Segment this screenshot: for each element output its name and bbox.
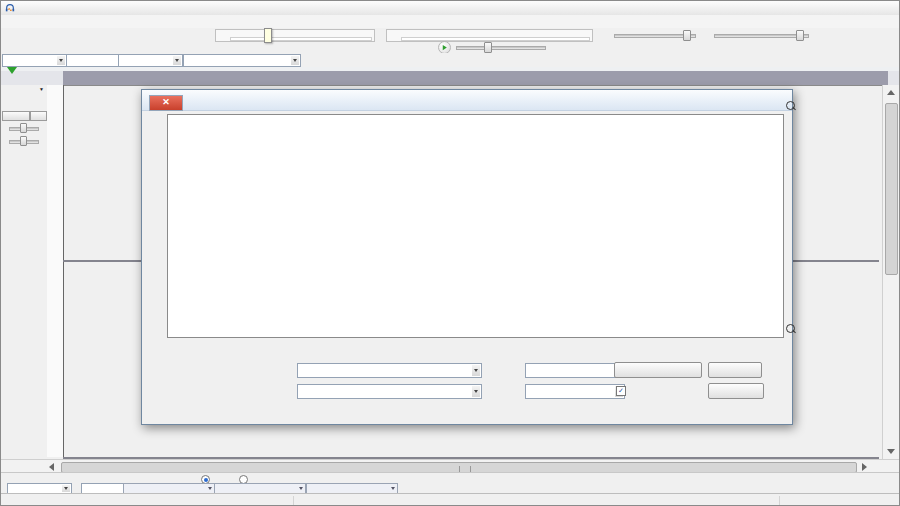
toolbar-area bbox=[1, 28, 900, 54]
size-select[interactable] bbox=[525, 363, 625, 378]
pan-thumb[interactable] bbox=[20, 136, 27, 146]
output-volume-thumb[interactable] bbox=[796, 30, 804, 41]
replot-button[interactable] bbox=[708, 362, 762, 378]
chevron-down-icon bbox=[62, 485, 70, 492]
spectrum-plot[interactable] bbox=[167, 114, 784, 338]
device-toolbar bbox=[1, 53, 900, 68]
magnifier-icon[interactable] bbox=[786, 101, 795, 110]
close-icon[interactable]: ✕ bbox=[149, 95, 183, 111]
playback-speed-slider[interactable] bbox=[456, 46, 546, 50]
playback-meter-bar-right bbox=[401, 40, 590, 42]
input-channels-select[interactable] bbox=[118, 54, 183, 67]
amplitude-ruler[interactable] bbox=[47, 85, 64, 457]
track-menu-chevron-icon[interactable]: ▼ bbox=[39, 87, 44, 92]
timeline-selection bbox=[63, 71, 888, 85]
audio-host-select[interactable] bbox=[2, 54, 67, 67]
scroll-left-icon[interactable] bbox=[49, 463, 54, 471]
chevron-down-icon bbox=[291, 56, 299, 65]
horizontal-scrollbar[interactable] bbox=[1, 459, 900, 473]
vertical-scrollbar[interactable] bbox=[882, 85, 899, 459]
record-meter-bar-right bbox=[230, 40, 372, 42]
timeline-ruler[interactable] bbox=[1, 67, 900, 86]
track-control-panel: ▼ bbox=[1, 85, 48, 457]
magnifier-icon[interactable] bbox=[786, 324, 795, 333]
dialog-close-button[interactable] bbox=[708, 383, 764, 399]
input-volume-thumb[interactable] bbox=[683, 30, 691, 41]
status-bar bbox=[1, 493, 900, 506]
chevron-down-icon bbox=[472, 365, 480, 376]
axis-select[interactable] bbox=[525, 384, 625, 399]
playback-speed-thumb[interactable] bbox=[484, 42, 492, 53]
function-select[interactable] bbox=[297, 384, 482, 399]
selection-toolbar bbox=[1, 472, 900, 494]
window-titlebar bbox=[1, 1, 900, 16]
chevron-down-icon bbox=[57, 56, 65, 65]
frequency-analysis-dialog: – ▢ ✕ ✓ bbox=[141, 89, 793, 425]
output-volume-slider[interactable] bbox=[714, 34, 809, 38]
playback-meter[interactable] bbox=[386, 29, 593, 42]
output-device-select[interactable] bbox=[183, 54, 301, 67]
audacity-logo-icon bbox=[5, 3, 15, 13]
mute-button[interactable] bbox=[2, 111, 30, 121]
menu-bar bbox=[1, 15, 900, 29]
audacity-window: ▼ – ▢ ✕ bbox=[0, 0, 900, 506]
vertical-scroll-thumb[interactable] bbox=[885, 103, 898, 275]
chevron-down-icon bbox=[173, 56, 181, 65]
dialog-titlebar[interactable]: – ▢ ✕ bbox=[142, 90, 792, 111]
scroll-right-icon[interactable] bbox=[862, 463, 867, 471]
monitoring-tooltip bbox=[264, 28, 272, 43]
scroll-down-icon[interactable] bbox=[887, 449, 895, 454]
record-meter[interactable] bbox=[215, 29, 375, 42]
chevron-down-icon bbox=[472, 386, 480, 397]
export-button[interactable] bbox=[614, 362, 702, 378]
solo-button[interactable] bbox=[30, 111, 47, 121]
gain-thumb[interactable] bbox=[20, 123, 27, 133]
grids-checkbox[interactable]: ✓ bbox=[616, 386, 626, 396]
play-pin-icon[interactable] bbox=[7, 67, 17, 74]
algorithm-select[interactable] bbox=[297, 363, 482, 378]
scroll-up-icon[interactable] bbox=[887, 90, 895, 95]
